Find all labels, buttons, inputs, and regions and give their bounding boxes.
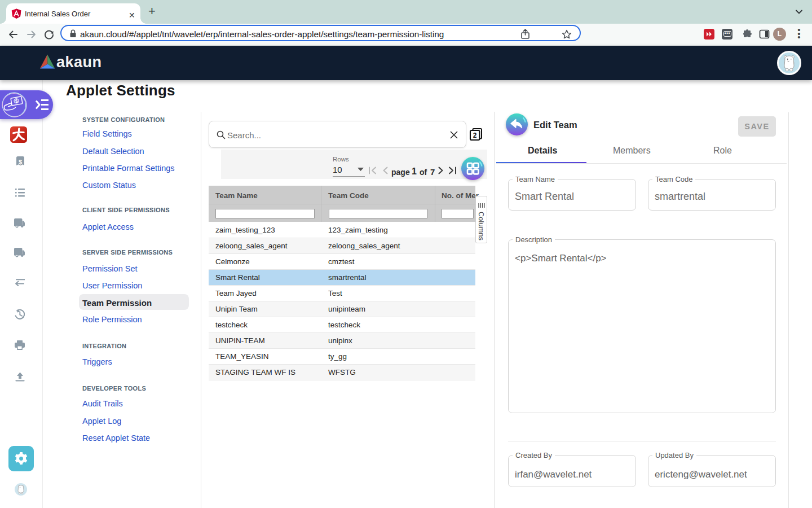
svg-text:$: $ [15, 98, 18, 104]
svg-text:2: 2 [473, 132, 477, 139]
svg-text:$: $ [19, 159, 22, 165]
